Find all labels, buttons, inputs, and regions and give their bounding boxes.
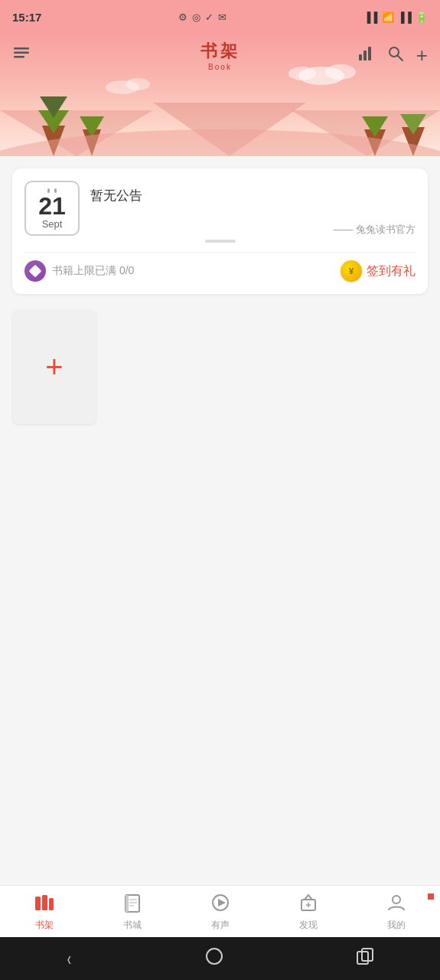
tab-mine[interactable]: 我的 (352, 892, 440, 932)
shelf-area: + (12, 303, 428, 430)
tab-bookstore-label: 书城 (123, 919, 142, 932)
tab-audio-icon (210, 892, 231, 916)
mail-icon: ✉ (218, 11, 227, 23)
announcement-title: 暂无公告 (90, 187, 416, 204)
vpn-icon: ◎ (192, 11, 200, 23)
wifi-icon: 📶 (382, 11, 394, 23)
tab-mine-label: 我的 (387, 919, 406, 932)
tab-mine-icon (386, 892, 407, 916)
checkin-button[interactable]: ¥ 签到有礼 (341, 260, 416, 282)
add-book-button[interactable]: + (12, 309, 96, 424)
diamond-icon (24, 260, 46, 282)
tab-bookshelf-icon (34, 892, 55, 916)
announcement-author: —— 兔兔读书官方 (90, 223, 416, 237)
tab-bookstore-icon (122, 892, 143, 916)
android-recents-button[interactable] (356, 947, 374, 970)
tab-bookshelf[interactable]: 书架 (0, 892, 88, 932)
announcement-text: 暂无公告 —— 兔兔读书官方 (90, 181, 416, 237)
coin-icon: ¥ (341, 260, 362, 282)
tab-bookshelf-label: 书架 (35, 919, 54, 932)
svg-rect-26 (35, 897, 41, 910)
tab-discover[interactable]: 发现 (264, 892, 352, 932)
diamond-inner (29, 265, 42, 278)
svg-point-9 (325, 64, 356, 80)
action-row: 书籍上限已满 0/0 ¥ 签到有礼 (24, 252, 416, 282)
svg-point-10 (288, 67, 316, 80)
announcement-card: 21 Sept 暂无公告 —— 兔兔读书官方 书籍上限已满 0/0 ¥ (12, 168, 428, 294)
android-home-button[interactable] (204, 946, 224, 971)
svg-point-12 (125, 78, 150, 90)
status-right-icons: ▐▐ 📶 ▐▐ 🔋 (363, 11, 428, 23)
battery-icon: 🔋 (416, 11, 428, 23)
main-content: 21 Sept 暂无公告 —— 兔兔读书官方 书籍上限已满 0/0 ¥ (0, 156, 440, 845)
svg-rect-27 (42, 895, 47, 910)
signal-icon: ▐▐ (363, 11, 377, 23)
status-bar: 15:17 ⚙ ◎ ✓ ✉ ▐▐ 📶 ▐▐ 🔋 (0, 0, 440, 34)
svg-point-41 (207, 949, 222, 964)
book-limit: 书籍上限已满 0/0 (24, 260, 134, 282)
svg-point-40 (393, 896, 400, 903)
add-plus-icon: + (45, 351, 63, 382)
tab-discover-label: 发现 (299, 919, 318, 932)
calendar-day: 21 (38, 194, 66, 218)
tab-audio-label: 有声 (211, 919, 230, 932)
svg-marker-35 (218, 899, 226, 906)
check-icon: ✓ (205, 11, 213, 23)
status-system-icons: ⚙ ◎ ✓ ✉ (178, 11, 227, 23)
drag-handle (205, 240, 236, 243)
network-icon: ▐▐ (398, 11, 412, 23)
announcement-top: 21 Sept 暂无公告 —— 兔兔读书官方 (24, 181, 416, 237)
svg-rect-30 (125, 895, 129, 912)
calendar-month: Sept (42, 218, 63, 230)
checkin-text: 签到有礼 (367, 263, 416, 279)
notification-dot (428, 893, 434, 900)
svg-marker-37 (305, 895, 312, 900)
status-time: 15:17 (12, 11, 41, 24)
tab-bookstore[interactable]: 书城 (88, 892, 176, 932)
book-limit-text: 书籍上限已满 0/0 (52, 264, 134, 278)
tab-bar: 书架 书城 有声 (0, 885, 440, 937)
hero-decoration (0, 34, 440, 156)
coin-inner: ¥ (349, 266, 354, 276)
tab-discover-icon (298, 892, 319, 916)
hero-section: 书架 Book + (0, 34, 440, 156)
settings-icon: ⚙ (178, 11, 187, 23)
svg-rect-28 (49, 898, 54, 910)
tab-audio[interactable]: 有声 (176, 892, 264, 932)
android-back-button[interactable]: ‹ (67, 947, 71, 971)
calendar-icon: 21 Sept (24, 181, 80, 236)
android-nav: ‹ (0, 937, 440, 980)
